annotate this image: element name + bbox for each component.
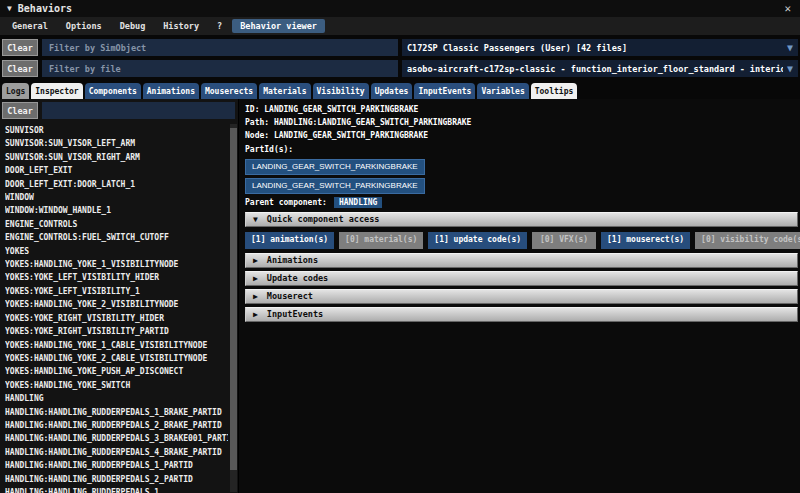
tab[interactable]: InputEvents xyxy=(414,83,475,99)
list-item[interactable]: DOOR_LEFT_EXIT xyxy=(5,164,228,177)
list-item[interactable]: HANDLING:HANDLING_RUDDERPEDALS_4_BRAKE_P… xyxy=(5,446,228,459)
section-label: InputEvents xyxy=(267,309,323,319)
tab[interactable]: Components xyxy=(85,83,141,99)
quick-access-button[interactable]: [1] update code(s) xyxy=(428,232,527,249)
quick-access-buttons: [1] animation(s) [0] material(s) [1] upd… xyxy=(245,232,800,249)
tab[interactable]: Materials xyxy=(259,83,310,99)
tab[interactable]: Visibility xyxy=(313,83,369,99)
menu-bar: General Options Debug History ? Behavior… xyxy=(0,17,800,35)
triangle-right-icon: ▶ xyxy=(253,274,258,283)
menu-item[interactable]: Debug xyxy=(112,19,154,33)
tab-bar: Logs Inspector Components Animations Mou… xyxy=(2,80,798,99)
list-item[interactable]: YOKES:HANDLING_YOKE_1_CABLE_VISIBILITYNO… xyxy=(5,339,228,352)
title-bar: ▼ Behaviors ✕ xyxy=(0,0,800,17)
list-item[interactable]: YOKES:HANDLING_YOKE_PUSH_AP_DISCONECT xyxy=(5,365,228,378)
list-item[interactable]: YOKES:YOKE_LEFT_VISIBILITY_HIDER xyxy=(5,271,228,284)
list-item[interactable]: HANDLING xyxy=(5,392,228,405)
behaviors-window: ▼ Behaviors ✕ General Options Debug Hist… xyxy=(0,0,800,493)
quick-access-button[interactable]: [1] mouserect(s) xyxy=(601,232,690,249)
list-item[interactable]: HANDLING:HANDLING_RUDDERPEDALS_2_BRAKE_P… xyxy=(5,419,228,432)
section-label: Animations xyxy=(267,255,318,265)
simobject-list-wrap: SUNVISOR SUNVISOR:SUN_VISOR_LEFT_ARM SUN… xyxy=(0,122,238,493)
list-item[interactable]: HANDLING:HANDLING_RUDDERPEDALS_1_BRAKE_P… xyxy=(5,406,228,419)
quick-component-access-header[interactable]: ▼ Quick component access xyxy=(245,212,798,227)
menu-item[interactable]: Options xyxy=(58,19,110,33)
list-item[interactable]: DOOR_LEFT_EXIT:DOOR_LATCH_1 xyxy=(5,178,228,191)
node-label: Node: xyxy=(245,131,269,140)
clear-file-filter-button[interactable]: Clear xyxy=(2,60,38,77)
list-item[interactable]: YOKES:YOKE_LEFT_VISIBILITY_1 xyxy=(5,285,228,298)
list-item[interactable]: SUNVISOR xyxy=(5,124,228,137)
simobject-dropdown[interactable]: C172SP Classic Passengers (User) [42 fil… xyxy=(402,39,798,56)
inspector-panel: ID: LANDING_GEAR_SWITCH_PARKINGBRAKE Pat… xyxy=(239,99,800,493)
close-icon[interactable]: ✕ xyxy=(782,2,793,15)
file-filter-input[interactable] xyxy=(42,60,398,77)
tab[interactable]: Animations xyxy=(143,83,199,99)
quick-access-button[interactable]: [0] visibility code(s) xyxy=(695,232,800,249)
section-header[interactable]: ▶ Mouserect xyxy=(245,289,798,304)
window-collapse-icon[interactable]: ▼ xyxy=(7,4,12,13)
chevron-down-icon[interactable]: ▼ xyxy=(787,42,793,53)
tab[interactable]: Inspector xyxy=(31,83,82,99)
tab[interactable]: Variables xyxy=(477,83,528,99)
parent-component-button[interactable]: HANDLING xyxy=(334,197,383,208)
partid-button[interactable]: LANDING_GEAR_SWITCH_PARKINGBRAKE xyxy=(245,159,425,175)
tab[interactable]: Mouserects xyxy=(201,83,257,99)
menu-item[interactable]: History xyxy=(155,19,207,33)
window-title: Behaviors xyxy=(18,3,72,14)
path-line: Path: HANDLING:LANDING_GEAR_SWITCH_PARKI… xyxy=(245,116,800,129)
tab[interactable]: Updates xyxy=(371,83,413,99)
list-item[interactable]: YOKES xyxy=(5,245,228,258)
partid-buttons: LANDING_GEAR_SWITCH_PARKINGBRAKE LANDING… xyxy=(245,159,800,194)
list-item[interactable]: SUNVISOR:SUN_VISOR_LEFT_ARM xyxy=(5,137,228,150)
section-label: Update codes xyxy=(267,273,328,283)
list-scrollbar-thumb[interactable] xyxy=(230,128,237,470)
quick-access-button[interactable]: [0] VFX(s) xyxy=(532,232,596,249)
list-item[interactable]: ENGINE_CONTROLS:FUEL_SWITCH_CUTOFF xyxy=(5,231,228,244)
simobject-list-panel: Clear SUNVISOR SUNVISOR:SUN_VISOR_LEFT_A… xyxy=(0,99,239,493)
list-item[interactable]: YOKES:HANDLING_YOKE_2_VISIBILITYNODE xyxy=(5,298,228,311)
list-item[interactable]: YOKES:YOKE_RIGHT_VISIBILITY_HIDER xyxy=(5,312,228,325)
list-item[interactable]: YOKES:YOKE_RIGHT_VISIBILITY_PARTID xyxy=(5,325,228,338)
section-header[interactable]: ▶ Update codes xyxy=(245,271,798,286)
list-item[interactable]: ENGINE_CONTROLS xyxy=(5,218,228,231)
clear-list-filter-button[interactable]: Clear xyxy=(2,102,38,119)
menu-item[interactable]: General xyxy=(4,19,56,33)
list-item[interactable]: YOKES:HANDLING_YOKE_SWITCH xyxy=(5,379,228,392)
list-filter-input[interactable] xyxy=(42,102,235,119)
menu-item[interactable]: Behavior viewer xyxy=(232,19,325,33)
path-label: Path: xyxy=(245,118,269,127)
menu-item[interactable]: ? xyxy=(209,19,230,33)
path-value: HANDLING:LANDING_GEAR_SWITCH_PARKINGBRAK… xyxy=(274,118,471,127)
file-dropdown[interactable]: asobo-aircraft-c172sp-classic - function… xyxy=(402,60,798,77)
tab[interactable]: Logs xyxy=(2,83,29,99)
quick-access-button[interactable]: [1] animation(s) xyxy=(245,232,334,249)
simobject-filter-input[interactable] xyxy=(42,39,398,56)
file-filter-row: Clear asobo-aircraft-c172sp-classic - fu… xyxy=(2,60,798,77)
list-item[interactable]: YOKES:HANDLING_YOKE_2_CABLE_VISIBILITYNO… xyxy=(5,352,228,365)
list-item[interactable]: YOKES:HANDLING_YOKE_1_VISIBILITYNODE xyxy=(5,258,228,271)
triangle-right-icon: ▶ xyxy=(253,256,258,265)
quick-access-button[interactable]: [0] material(s) xyxy=(339,232,423,249)
list-item[interactable]: SUNVISOR:SUN_VISOR_RIGHT_ARM xyxy=(5,151,228,164)
id-line: ID: LANDING_GEAR_SWITCH_PARKINGBRAKE xyxy=(245,103,800,116)
list-scrollbar[interactable] xyxy=(230,124,237,492)
quick-component-access-label: Quick component access xyxy=(267,214,380,224)
list-item[interactable]: HANDLING:HANDLING_RUDDERPEDALS_1 xyxy=(5,486,228,493)
triangle-down-icon: ▼ xyxy=(253,215,258,224)
tab[interactable]: Tooltips xyxy=(531,83,578,99)
list-item[interactable]: HANDLING:HANDLING_RUDDERPEDALS_1_PARTID xyxy=(5,459,228,472)
list-item[interactable]: WINDOW:WINDOW_HANDLE_1 xyxy=(5,204,228,217)
section-header[interactable]: ▶ InputEvents xyxy=(245,307,798,322)
list-item[interactable]: WINDOW xyxy=(5,191,228,204)
list-item[interactable]: HANDLING:HANDLING_RUDDERPEDALS_3_BRAKE00… xyxy=(5,432,228,445)
list-filter-row: Clear xyxy=(2,102,235,119)
section-header[interactable]: ▶ Animations xyxy=(245,253,798,268)
section-label: Mouserect xyxy=(267,291,313,301)
list-item[interactable]: HANDLING:HANDLING_RUDDERPEDALS_2_PARTID xyxy=(5,473,228,486)
clear-simobject-filter-button[interactable]: Clear xyxy=(2,39,38,56)
partids-label: PartId(s): xyxy=(245,143,800,156)
chevron-down-icon[interactable]: ▼ xyxy=(787,63,793,74)
partid-button[interactable]: LANDING_GEAR_SWITCH_PARKINGBRAKE xyxy=(245,178,425,194)
parent-component-row: Parent component: HANDLING xyxy=(245,197,800,208)
